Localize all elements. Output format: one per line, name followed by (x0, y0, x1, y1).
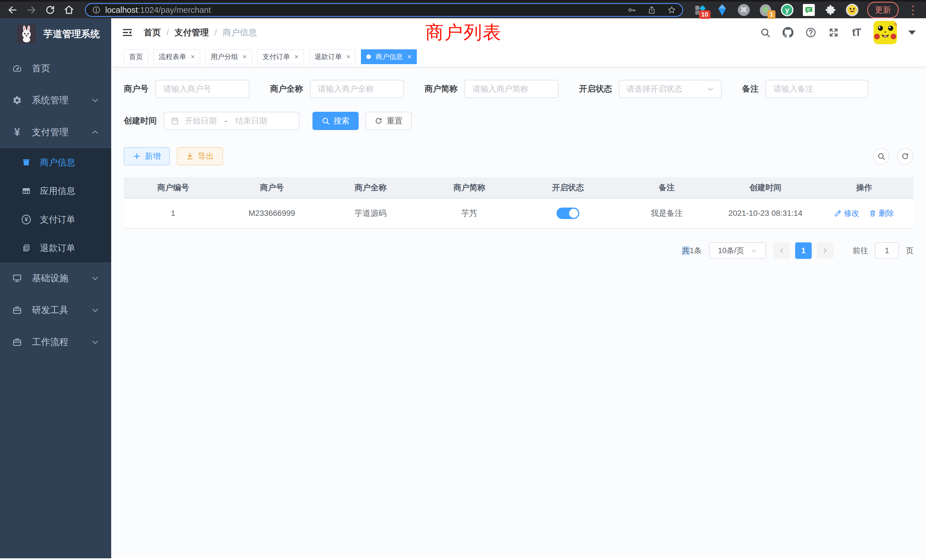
tab-label: 商户信息 (375, 52, 403, 61)
extensions-puzzle-icon[interactable] (824, 3, 837, 17)
extension-command-icon[interactable]: ⌘ (737, 3, 750, 17)
tab-home[interactable]: 首页 (124, 49, 148, 64)
browser-toolbar: localhost:1024/pay/merchant 10 ⌘ 1 y 更新 … (0, 0, 926, 18)
page-size-select[interactable]: 10条/页 (709, 242, 766, 259)
tab-pay-order[interactable]: 支付订单 × (257, 49, 304, 64)
refresh-icon (375, 117, 383, 125)
edit-link[interactable]: 修改 (834, 208, 859, 218)
sidebar-item-merchant-info[interactable]: 商户信息 (0, 148, 111, 177)
browser-back-icon[interactable] (8, 5, 18, 15)
cell-full-name: 芋道源码 (321, 208, 420, 219)
tab-label: 支付订单 (263, 52, 290, 61)
sidebar-item-label: 应用信息 (40, 185, 75, 197)
date-separator: - (225, 117, 227, 126)
browser-menu-icon[interactable]: ⋮ (907, 4, 918, 16)
full-name-input[interactable] (310, 80, 404, 98)
toggle-search-button[interactable] (873, 148, 890, 165)
bookmark-star-icon[interactable] (667, 6, 676, 14)
sidebar-item-system[interactable]: 系统管理 (0, 85, 111, 117)
sidebar-menu: 首页 系统管理 ¥ 支付管理 商户信息 应用信息 (0, 53, 111, 358)
sidebar-collapse-icon[interactable] (121, 27, 133, 38)
status-select[interactable]: 请选择开启状态 (619, 80, 722, 98)
col-header: 商户编号 (124, 182, 222, 193)
browser-update-button[interactable]: 更新 (867, 2, 899, 18)
sidebar-item-refund-order[interactable]: 退款订单 (0, 234, 111, 262)
sidebar-item-infra[interactable]: 基础设施 (0, 262, 111, 294)
extension-gem-icon[interactable] (716, 3, 729, 17)
share-icon[interactable] (648, 6, 656, 14)
col-header: 商户简称 (420, 182, 519, 193)
browser-profile-avatar[interactable] (846, 3, 859, 17)
pagination-total-suffix: 条 (694, 246, 702, 255)
sidebar-item-home[interactable]: 首页 (0, 53, 111, 85)
cell-status (519, 207, 617, 219)
goto-page-input[interactable] (875, 242, 899, 259)
breadcrumb-pay[interactable]: 支付管理 (174, 27, 209, 38)
status-toggle[interactable] (557, 207, 580, 219)
close-icon[interactable]: × (407, 53, 412, 60)
create-time-range-picker[interactable]: 开始日期 - 结束日期 (163, 112, 300, 130)
sidebar-item-pay-order[interactable]: ¥ 支付订单 (0, 205, 111, 234)
close-icon[interactable]: × (191, 53, 195, 60)
tab-merchant-info[interactable]: 商户信息 × (361, 49, 417, 64)
sidebar-item-devtools[interactable]: 研发工具 (0, 294, 111, 326)
next-page-button[interactable] (817, 242, 833, 259)
pay-submenu: 商户信息 应用信息 ¥ 支付订单 退款订单 (0, 148, 111, 262)
extension-yuque-icon[interactable]: y (781, 3, 794, 17)
start-date-placeholder[interactable]: 开始日期 (185, 115, 217, 126)
search-icon[interactable] (760, 27, 771, 38)
svg-text:y: y (785, 6, 790, 14)
close-icon[interactable]: × (346, 53, 350, 60)
extension-tabs-icon[interactable]: 10 (694, 3, 707, 17)
font-size-icon[interactable]: tT (851, 27, 862, 38)
chevron-down-icon (91, 96, 99, 104)
url-text[interactable]: localhost:1024/pay/merchant (105, 5, 211, 15)
pagination: 共1条 10条/页 1 前往 页 (124, 242, 914, 259)
breadcrumb-home[interactable]: 首页 (144, 27, 161, 38)
prev-page-button[interactable] (773, 242, 790, 259)
password-key-icon[interactable] (628, 6, 636, 14)
close-icon[interactable]: × (243, 53, 247, 60)
page-1-button[interactable]: 1 (795, 242, 812, 259)
extension-avatar-icon[interactable]: 1 (759, 3, 772, 17)
user-avatar[interactable] (873, 21, 897, 44)
toolbox-icon (12, 305, 22, 315)
plus-icon (133, 152, 141, 160)
pagination-total-prefix: 共 (682, 246, 690, 255)
github-icon[interactable] (782, 27, 794, 38)
col-header: 操作 (815, 182, 914, 193)
reset-button[interactable]: 重置 (366, 112, 412, 130)
avatar-dropdown-caret-icon[interactable] (908, 30, 916, 35)
sidebar-item-app-info[interactable]: 应用信息 (0, 177, 111, 205)
delete-link[interactable]: 删除 (869, 208, 894, 218)
tab-refund-order[interactable]: 退款订单 × (309, 49, 356, 64)
add-button[interactable]: 新增 (124, 147, 170, 165)
short-name-input[interactable] (465, 80, 558, 98)
close-icon[interactable]: × (295, 53, 298, 60)
browser-home-icon[interactable] (64, 5, 74, 15)
search-button[interactable]: 搜索 (312, 112, 359, 130)
sidebar-item-pay[interactable]: ¥ 支付管理 (0, 117, 111, 148)
tab-user-group[interactable]: 用户分组 × (205, 49, 252, 64)
export-button[interactable]: 导出 (177, 147, 223, 165)
remark-input[interactable] (766, 80, 868, 98)
browser-forward-icon[interactable] (26, 5, 36, 15)
fullscreen-icon[interactable] (828, 27, 839, 38)
end-date-placeholder[interactable]: 结束日期 (235, 115, 267, 126)
help-icon[interactable] (805, 27, 817, 38)
chevron-down-icon (91, 274, 99, 282)
refresh-table-button[interactable] (897, 148, 914, 165)
sidebar-item-workflow[interactable]: 工作流程 (0, 326, 111, 358)
extension-chat-icon[interactable] (802, 3, 816, 17)
sidebar-logo-row[interactable]: 芋道管理系统 (0, 18, 111, 49)
status-label: 开启状态 (579, 83, 612, 95)
address-bar[interactable]: localhost:1024/pay/merchant (85, 3, 683, 17)
merchant-no-input[interactable] (155, 80, 250, 98)
download-icon (186, 152, 194, 160)
browser-reload-icon[interactable] (45, 5, 55, 15)
tab-process-form[interactable]: 流程表单 × (153, 49, 200, 64)
edit-link-label: 修改 (844, 208, 859, 218)
col-header: 备注 (617, 182, 716, 193)
site-info-icon[interactable] (92, 6, 101, 14)
table-row: 1 M233666999 芋道源码 芋艿 我是备注 2021-10-23 08:… (124, 198, 914, 229)
